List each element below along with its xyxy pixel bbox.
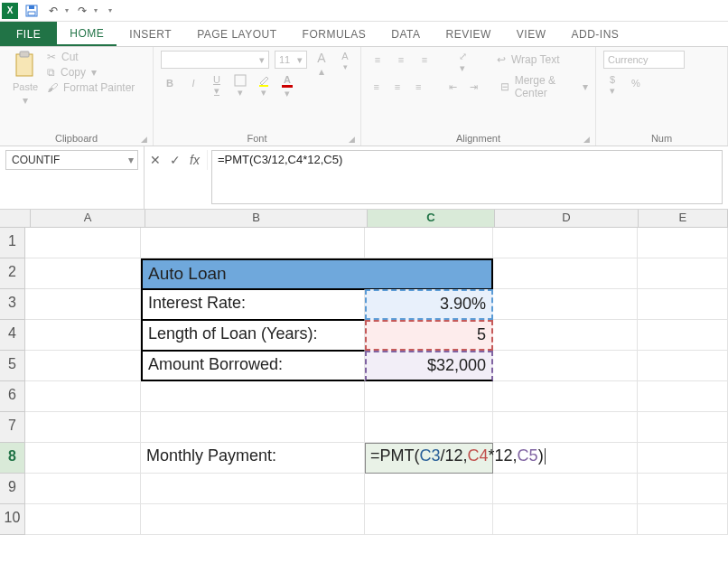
cell[interactable] (25, 474, 141, 504)
undo-icon[interactable]: ↶ (45, 3, 61, 19)
orientation-icon[interactable]: ⤢▾ (453, 51, 471, 69)
cell[interactable] (25, 320, 141, 351)
merge-center-button[interactable]: ⊟Merge & Center▾ (500, 74, 588, 99)
cell-c2[interactable] (365, 258, 493, 289)
cell[interactable] (638, 381, 728, 412)
cell[interactable] (493, 351, 638, 381)
font-color-button[interactable]: A▾ (278, 74, 296, 92)
cell[interactable] (638, 351, 728, 381)
row-header[interactable]: 8 (0, 443, 25, 474)
column-header[interactable]: C (368, 210, 495, 228)
cell[interactable] (493, 381, 638, 412)
align-right-icon[interactable]: ≡ (411, 78, 426, 96)
tab-view[interactable]: VIEW (504, 22, 559, 46)
row-header[interactable]: 7 (0, 412, 25, 443)
fx-icon[interactable]: fx (190, 153, 200, 167)
cell-c4[interactable]: 5 (365, 320, 493, 351)
row-header[interactable]: 3 (0, 289, 25, 320)
formula-bar[interactable]: =PMT(C3/12,C4*12,C5) (211, 150, 723, 204)
cell-c3[interactable]: 3.90% (365, 289, 493, 320)
customize-qat-icon[interactable]: ▾ (108, 6, 112, 14)
tab-data[interactable]: DATA (378, 22, 433, 46)
cell[interactable] (141, 228, 365, 258)
cell[interactable] (638, 289, 728, 320)
row-header[interactable]: 4 (0, 320, 25, 351)
cell-b5[interactable]: Amount Borrowed: (141, 351, 365, 381)
cell[interactable] (365, 381, 493, 412)
border-button[interactable]: ▾ (231, 74, 249, 92)
tab-formulas[interactable]: FORMULAS (290, 22, 379, 46)
cell[interactable] (493, 228, 638, 258)
cell[interactable] (141, 504, 365, 535)
fill-color-button[interactable]: ▾ (255, 74, 273, 92)
cell[interactable] (638, 258, 728, 289)
align-left-icon[interactable]: ≡ (369, 78, 384, 96)
row-header[interactable]: 10 (0, 504, 25, 535)
tab-home[interactable]: HOME (57, 22, 117, 46)
column-header[interactable]: B (145, 210, 368, 228)
align-middle-icon[interactable]: ≡ (392, 51, 410, 69)
cell[interactable] (493, 320, 638, 351)
row-header[interactable]: 1 (0, 228, 25, 258)
cell[interactable] (25, 504, 141, 535)
copy-button[interactable]: ⧉Copy▾ (47, 66, 135, 79)
underline-button[interactable]: U▾ (208, 74, 226, 92)
cell[interactable] (493, 412, 638, 443)
tab-file[interactable]: FILE (0, 22, 57, 46)
cell[interactable] (25, 228, 141, 258)
cell-c8-editing[interactable]: =PMT(C3/12,C4*12,C5) (365, 443, 493, 474)
cell-b2[interactable]: Auto Loan (141, 258, 365, 289)
wrap-text-button[interactable]: ↩Wrap Text (497, 53, 560, 66)
cell[interactable] (493, 474, 638, 504)
cell[interactable] (638, 443, 728, 474)
save-icon[interactable] (23, 3, 40, 19)
cell[interactable] (493, 258, 638, 289)
cell-c5[interactable]: $32,000 (365, 351, 493, 381)
cell[interactable] (638, 474, 728, 504)
number-format-select[interactable]: Currency (603, 51, 685, 69)
column-header[interactable]: D (495, 210, 639, 228)
align-bottom-icon[interactable]: ≡ (415, 51, 434, 69)
select-all-triangle[interactable] (0, 210, 31, 228)
row-header[interactable]: 6 (0, 381, 25, 412)
cell[interactable] (25, 443, 141, 474)
launcher-icon[interactable]: ◢ (141, 135, 147, 144)
grow-font-icon[interactable]: A▴ (313, 51, 331, 69)
tab-page-layout[interactable]: PAGE LAYOUT (184, 22, 289, 46)
paste-button[interactable]: Paste ▾ (7, 51, 43, 107)
font-size-select[interactable]: 11▾ (275, 51, 307, 69)
launcher-icon[interactable]: ◢ (349, 135, 355, 144)
cell[interactable] (25, 381, 141, 412)
column-header[interactable]: E (639, 210, 728, 228)
decrease-indent-icon[interactable]: ⇤ (444, 78, 460, 96)
cell-b3[interactable]: Interest Rate: (141, 289, 365, 320)
italic-button[interactable]: I (184, 74, 202, 92)
cell[interactable] (365, 412, 493, 443)
row-header[interactable]: 5 (0, 351, 25, 381)
cell-b8[interactable]: Monthly Payment: (141, 443, 365, 474)
row-header[interactable]: 2 (0, 258, 25, 289)
cell[interactable] (638, 228, 728, 258)
row-header[interactable]: 9 (0, 474, 25, 504)
chevron-down-icon[interactable]: ▾ (125, 154, 137, 166)
cell[interactable] (25, 258, 141, 289)
cell[interactable] (365, 474, 493, 504)
cell[interactable] (25, 289, 141, 320)
column-header[interactable]: A (31, 210, 145, 228)
cell[interactable] (493, 289, 638, 320)
cell[interactable] (365, 228, 493, 258)
cut-button[interactable]: ✂Cut (47, 51, 135, 63)
cell[interactable] (365, 504, 493, 535)
shrink-font-icon[interactable]: A▾ (336, 51, 354, 69)
align-center-icon[interactable]: ≡ (389, 78, 405, 96)
percent-format-button[interactable]: % (627, 74, 645, 92)
launcher-icon[interactable]: ◢ (583, 135, 590, 144)
cell-b4[interactable]: Length of Loan (Years): (141, 320, 365, 351)
cell[interactable] (493, 504, 638, 535)
increase-indent-icon[interactable]: ⇥ (466, 78, 481, 96)
cell[interactable] (141, 381, 365, 412)
format-painter-button[interactable]: 🖌Format Painter (47, 81, 135, 94)
align-top-icon[interactable]: ≡ (369, 51, 387, 69)
redo-icon[interactable]: ↷ (74, 3, 90, 19)
tab-review[interactable]: REVIEW (433, 22, 503, 46)
